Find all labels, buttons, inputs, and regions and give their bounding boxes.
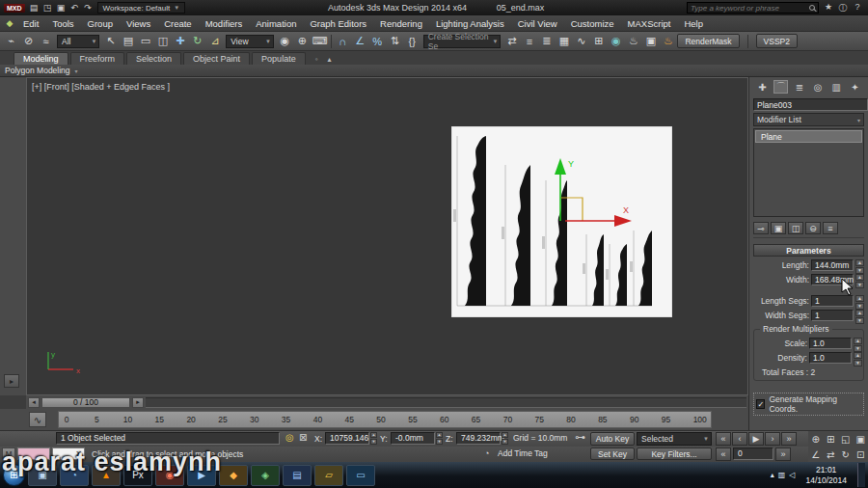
app-logo[interactable]: MXD — [4, 4, 25, 13]
material-editor-icon[interactable]: ◉ — [608, 33, 624, 49]
ribbon-tab[interactable]: Freeform — [70, 52, 125, 65]
search-icon[interactable] — [809, 5, 815, 11]
network-icon[interactable]: ▥ — [778, 471, 786, 479]
named-selection-sets-icon[interactable]: {} — [404, 33, 420, 49]
spinner-control[interactable]: ▲▼ — [502, 432, 508, 445]
remove-modifier-icon[interactable]: ⊖ — [805, 222, 821, 234]
help-icon[interactable]: ? — [851, 2, 864, 14]
param-value-field[interactable]: 1 — [811, 295, 854, 307]
generate-mapping-coords-row[interactable]: ✓ Generate Mapping Coords. — [753, 393, 864, 416]
impress-app-icon[interactable]: ▤ — [283, 465, 312, 486]
graphite-toggle-icon[interactable]: ▦ — [556, 33, 572, 49]
menu-item[interactable]: Animation — [249, 15, 303, 31]
isolate-selection-icon[interactable]: ◎ — [285, 432, 294, 443]
named-selection-set-dropdown[interactable]: Create Selection Se ▼ — [423, 35, 502, 48]
media-player-icon[interactable]: ▶ — [187, 465, 216, 486]
reference-coordinate-dropdown[interactable]: View ▼ — [226, 35, 274, 48]
zoom-all-icon[interactable]: ⊞ — [824, 431, 839, 447]
close-icon[interactable]: ✕ — [75, 449, 82, 458]
zoom-extents-icon[interactable]: ◱ — [838, 431, 854, 447]
z-coord-field[interactable]: 749.232mm — [456, 432, 501, 445]
trackbar-ruler[interactable]: 0510152025303540455055606570758085909510… — [58, 411, 712, 428]
pan-icon[interactable]: ⇄ — [824, 447, 839, 462]
pivot-center-icon[interactable]: ◉ — [277, 33, 293, 49]
vlc-icon[interactable]: ▲ — [92, 465, 121, 486]
next-frame-icon[interactable]: › — [765, 432, 780, 446]
select-manipulate-icon[interactable]: ⊕ — [294, 33, 311, 49]
vssp2-button[interactable]: VSSP2 — [756, 34, 798, 48]
next-frame-arrow[interactable]: ▸ — [132, 397, 144, 408]
spinner-control[interactable]: ▲▼ — [436, 432, 443, 445]
selection-filter-dropdown[interactable]: All ▼ — [57, 35, 99, 48]
save-file-icon[interactable]: ▣ — [55, 3, 68, 13]
macro-recorder-field[interactable] — [17, 447, 50, 460]
menu-item[interactable]: Tools — [45, 15, 80, 31]
layer-manager-icon[interactable]: ≣ — [538, 33, 555, 49]
spinner-control[interactable]: ▲▼ — [370, 432, 377, 445]
align-icon[interactable]: ≡ — [521, 33, 537, 49]
go-to-start-icon[interactable]: « — [716, 432, 731, 446]
modifier-list-dropdown[interactable]: Modifier List ▾ — [753, 113, 864, 126]
curve-editor-icon[interactable]: ∿ — [573, 33, 589, 49]
go-to-end-icon[interactable]: » — [781, 432, 797, 446]
select-by-name-icon[interactable]: ▤ — [120, 33, 136, 49]
red-app-icon[interactable]: ◉ — [155, 465, 184, 486]
param-value-field[interactable]: 1 — [811, 310, 854, 321]
motion-tab[interactable]: ◎ — [811, 80, 826, 94]
ribbon-config-icon[interactable]: ◦ — [315, 55, 318, 65]
render-setup-icon[interactable]: ♨ — [625, 33, 641, 49]
orange-app-icon[interactable]: ◆ — [219, 465, 248, 486]
spinner-control[interactable]: ▲▼ — [855, 259, 864, 271]
ribbon-tab[interactable]: Object Paint — [183, 52, 250, 65]
configure-modifier-sets-icon[interactable]: ≡ — [823, 222, 838, 234]
spinner-control[interactable]: ▲▼ — [855, 295, 864, 307]
orbit-icon[interactable]: ↻ — [838, 447, 854, 462]
keyboard-override-icon[interactable]: ⌨ — [312, 33, 328, 49]
spinner-control[interactable]: ▲▼ — [854, 338, 862, 349]
percent-snap-icon[interactable]: % — [369, 33, 386, 49]
pin-stack-icon[interactable]: ⊸ — [753, 222, 769, 234]
fov-icon[interactable]: ∠ — [808, 447, 824, 462]
window-crossing-icon[interactable]: ◫ — [154, 33, 171, 49]
workspace-dropdown[interactable]: Workspace: Default ▼ — [97, 2, 186, 14]
viewport-front[interactable]: [+] [Front] [Shaded + Edged Faces ] — [26, 77, 748, 395]
favorites-icon[interactable]: ★ — [822, 2, 835, 14]
display-app-icon[interactable]: ▭ — [346, 465, 375, 486]
select-move-icon[interactable]: ✚ — [172, 33, 188, 49]
maxscript-mini-listener[interactable]: ✕ — [52, 447, 85, 460]
time-slider-track[interactable] — [146, 397, 746, 408]
show-end-result-icon[interactable]: ▣ — [771, 222, 786, 234]
modify-tab[interactable]: ⌒ — [773, 80, 788, 94]
menu-item[interactable]: Edit — [16, 15, 45, 31]
unlink-icon[interactable]: ⊘ — [20, 33, 37, 49]
object-name-field[interactable] — [753, 98, 868, 111]
angle-snap-icon[interactable]: ∠ — [352, 33, 368, 49]
ribbon-tab[interactable]: Selection — [126, 52, 181, 65]
param-value-field[interactable]: 144.0mm — [811, 259, 854, 271]
app-window-icon[interactable]: ▣ — [28, 465, 57, 486]
ribbon-minimize-icon[interactable]: ▴ — [327, 55, 331, 65]
parameters-rollout-header[interactable]: Parameters — [753, 244, 864, 257]
move-gizmo[interactable]: Y X — [548, 151, 664, 244]
select-scale-icon[interactable]: ⊿ — [206, 33, 223, 49]
param-value-field[interactable]: 1.0 — [809, 352, 852, 364]
green-app-icon[interactable]: ◈ — [251, 465, 280, 486]
param-value-field[interactable]: 1.0 — [809, 338, 852, 349]
xy-plane-handle[interactable] — [560, 198, 583, 221]
volume-icon[interactable]: ◁ — [789, 471, 795, 479]
search-input[interactable] — [691, 4, 806, 13]
checkbox-checked-icon[interactable]: ✓ — [756, 399, 765, 409]
tray-expand-icon[interactable]: ▴ — [771, 471, 774, 479]
search-box[interactable] — [687, 2, 819, 14]
redo-icon[interactable]: ↷ — [82, 3, 95, 13]
select-object-icon[interactable]: ↖ — [102, 33, 119, 49]
time-slider-handle[interactable]: 0 / 100 — [41, 397, 130, 408]
next-key-icon[interactable]: » — [775, 447, 791, 461]
rendered-frame-icon[interactable]: ▣ — [642, 33, 659, 49]
menu-item[interactable]: Modifiers — [199, 15, 250, 31]
y-axis-arrowhead[interactable] — [555, 158, 566, 175]
x-axis-arrowhead[interactable] — [614, 215, 632, 227]
select-rotate-icon[interactable]: ↻ — [189, 33, 205, 49]
undo-icon[interactable]: ↶ — [68, 3, 81, 13]
previous-frame-icon[interactable]: ‹ — [732, 432, 747, 446]
